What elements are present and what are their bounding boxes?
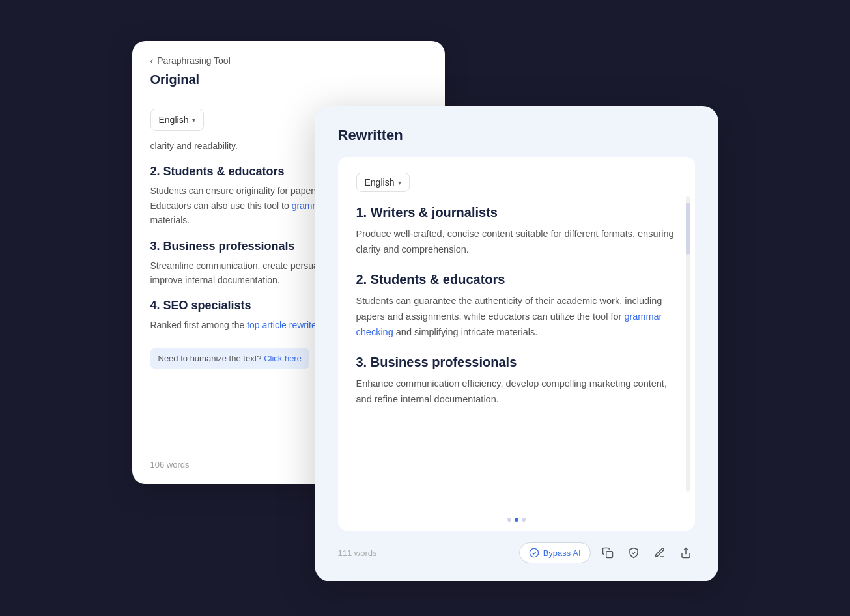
- scroll-dot-3: [522, 518, 526, 522]
- chevron-down-icon: ▾: [192, 117, 195, 124]
- rewritten-language-label: English: [365, 177, 395, 188]
- humanize-text: Need to humanize the text?: [158, 354, 262, 363]
- edit-icon[interactable]: [651, 544, 669, 562]
- humanize-banner: Need to humanize the text? Click here: [150, 348, 309, 369]
- humanize-click-here[interactable]: Click here: [264, 354, 302, 363]
- svg-point-0: [530, 548, 538, 557]
- top-article-rewriters-link[interactable]: top article rewriters: [247, 320, 324, 330]
- scroll-dots: [507, 518, 526, 522]
- footer-actions: Bypass AI: [519, 542, 695, 563]
- original-language-label: English: [159, 115, 189, 125]
- rewritten-inner-card: English ▾ 1. Writers & journalists Produ…: [338, 157, 695, 531]
- original-title: Original: [150, 72, 427, 87]
- bypass-ai-icon: [529, 548, 539, 558]
- rewritten-language-selector[interactable]: English ▾: [356, 173, 410, 192]
- rewritten-title: Rewritten: [338, 127, 695, 144]
- svg-rect-1: [606, 552, 612, 558]
- rewritten-section-heading-1: 1. Writers & journalists: [356, 205, 677, 220]
- scroll-dot-2: [515, 518, 518, 522]
- bypass-ai-button[interactable]: Bypass AI: [519, 542, 591, 563]
- rewritten-panel: Rewritten English ▾ 1. Writers & journal…: [315, 106, 718, 581]
- scroll-dot-1: [507, 518, 511, 522]
- grammar-checking-link[interactable]: grammar checking: [356, 311, 662, 337]
- rewritten-section-text-2: Students can guarantee the authenticity …: [356, 294, 677, 341]
- rewritten-footer: 111 words Bypass AI: [338, 542, 695, 563]
- original-language-selector[interactable]: English ▾: [150, 109, 205, 131]
- scrollbar-thumb: [686, 203, 690, 255]
- original-header: ‹ Paraphrasing Tool Original: [132, 41, 445, 98]
- rewritten-chevron-icon: ▾: [398, 179, 401, 186]
- back-navigation[interactable]: ‹ Paraphrasing Tool: [150, 55, 427, 66]
- rewritten-section-text-3: Enhance communication efficiency, develo…: [356, 376, 677, 408]
- copy-icon[interactable]: [599, 544, 617, 562]
- original-word-count: 106 words: [150, 460, 190, 469]
- rewritten-section-heading-3: 3. Business professionals: [356, 355, 677, 370]
- back-nav-label: Paraphrasing Tool: [157, 55, 231, 66]
- back-arrow-icon: ‹: [150, 55, 154, 66]
- share-icon[interactable]: [677, 544, 695, 562]
- rewritten-section-heading-2: 2. Students & educators: [356, 272, 677, 287]
- scrollbar-track[interactable]: [686, 196, 690, 492]
- shield-check-icon[interactable]: [625, 544, 643, 562]
- bypass-ai-label: Bypass AI: [543, 548, 581, 558]
- rewritten-word-count: 111 words: [338, 548, 377, 558]
- rewritten-section-text-1: Produce well-crafted, concise content su…: [356, 227, 677, 258]
